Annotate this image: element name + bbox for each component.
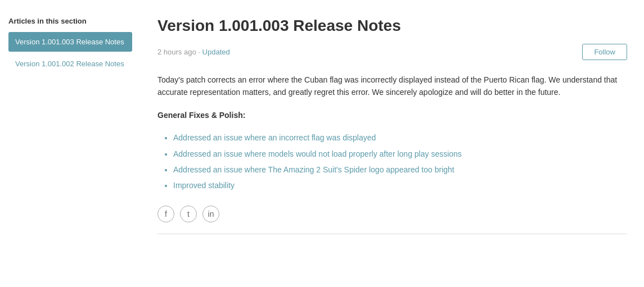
list-item: Improved stability bbox=[173, 179, 627, 192]
article-body: Today's patch corrects an error where th… bbox=[157, 74, 627, 234]
article-time: 2 hours ago bbox=[157, 48, 196, 56]
twitter-icon[interactable]: t bbox=[180, 206, 197, 222]
article-title: Version 1.001.003 Release Notes bbox=[157, 17, 627, 35]
follow-button[interactable]: Follow bbox=[582, 44, 627, 60]
main-content: Version 1.001.003 Release Notes 2 hours … bbox=[141, 11, 644, 276]
sidebar-item-1001003[interactable]: Version 1.001.003 Release Notes bbox=[8, 32, 132, 52]
fix-item-3: Addressed an issue where The Amazing 2 S… bbox=[173, 165, 454, 174]
fix-item-2: Addressed an issue where models would no… bbox=[173, 149, 462, 158]
sidebar: Articles in this section Version 1.001.0… bbox=[0, 11, 141, 276]
facebook-icon[interactable]: f bbox=[157, 206, 174, 222]
meta-separator: · bbox=[198, 48, 200, 56]
sidebar-item-1001002[interactable]: Version 1.001.002 Release Notes bbox=[8, 54, 132, 74]
list-item: Addressed an issue where The Amazing 2 S… bbox=[173, 163, 627, 176]
list-item: Addressed an issue where an incorrect fl… bbox=[173, 131, 627, 144]
section-heading: General Fixes & Polish: bbox=[157, 109, 627, 121]
article-intro: Today's patch corrects an error where th… bbox=[157, 74, 627, 99]
article-updated-label: Updated bbox=[202, 48, 230, 56]
sidebar-section-title: Articles in this section bbox=[8, 17, 132, 25]
meta-bar: 2 hours ago · Updated Follow bbox=[157, 44, 627, 60]
list-item: Addressed an issue where models would no… bbox=[173, 148, 627, 160]
article-divider bbox=[157, 234, 627, 234]
social-icons: f t in bbox=[157, 206, 627, 222]
fixes-list: Addressed an issue where an incorrect fl… bbox=[157, 131, 627, 192]
fix-item-1: Addressed an issue where an incorrect fl… bbox=[173, 133, 376, 142]
fix-item-4: Improved stability bbox=[173, 181, 235, 190]
linkedin-icon[interactable]: in bbox=[202, 206, 219, 222]
article-meta: 2 hours ago · Updated bbox=[157, 48, 230, 56]
